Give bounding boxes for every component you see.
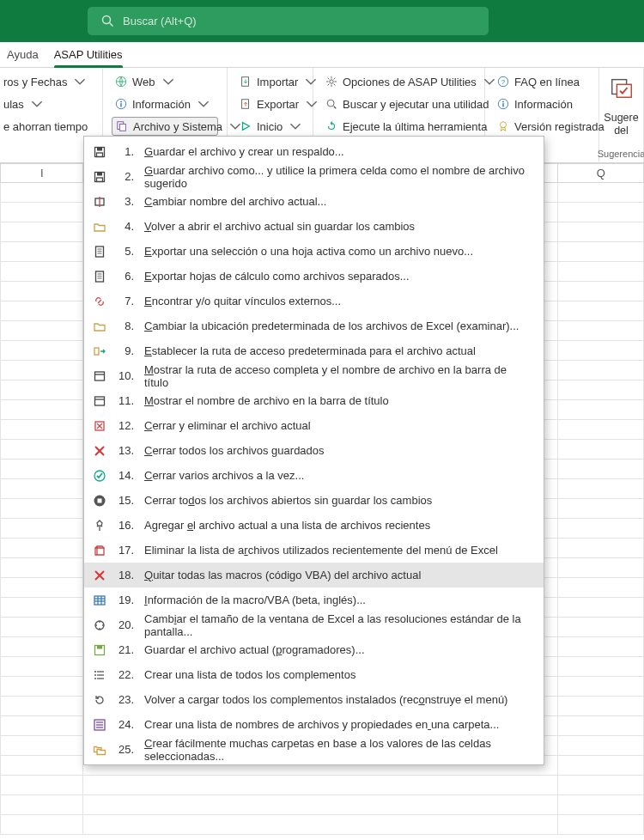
menu-label: Exportar una selección o una hoja activa… xyxy=(144,245,532,258)
menu-item-18[interactable]: 18.Quitar todas las macros (código VBA) … xyxy=(84,563,544,587)
menu-item-23[interactable]: 23.Volver a cargar todos los complemento… xyxy=(84,687,544,712)
menu-item-12[interactable]: 12.Cerrar y eliminar el archivo actual xyxy=(84,413,544,438)
rename-icon xyxy=(93,195,106,209)
path-icon xyxy=(93,344,106,358)
svg-point-16 xyxy=(502,101,504,103)
menu-num: 16. xyxy=(117,519,134,532)
svg-point-18 xyxy=(501,122,507,128)
svg-rect-5 xyxy=(120,103,121,107)
menu-num: 4. xyxy=(117,220,134,233)
menu-item-6[interactable]: 6.Exportar hojas de cálculo como archivo… xyxy=(84,264,544,289)
menu-item-2[interactable]: 2.Guardar archivo como... y utilice la p… xyxy=(84,164,544,189)
btn-informacion[interactable]: Información xyxy=(112,94,218,113)
menu-num: 8. xyxy=(117,320,134,332)
btn-exportar[interactable]: Exportar xyxy=(236,94,304,113)
menu-num: 13. xyxy=(117,444,134,457)
menu-label: Cerrar varios archivos a la vez... xyxy=(144,469,532,482)
menu-num: 11. xyxy=(117,394,134,407)
menu-label: Volver a abrir el archivo actual sin gua… xyxy=(144,220,532,233)
menu-num: 2. xyxy=(117,170,134,183)
svg-rect-25 xyxy=(97,172,102,175)
menu-num: 20. xyxy=(117,618,134,631)
btn-version[interactable]: Versión registrada xyxy=(494,117,590,136)
menu-num: 5. xyxy=(117,245,134,258)
menu-item-4[interactable]: 4.Volver a abrir el archivo actual sin g… xyxy=(84,214,544,239)
search-icon xyxy=(325,98,337,110)
btn-ahorran-tiempo[interactable]: e ahorran tiempo xyxy=(0,117,94,136)
btn-faq[interactable]: ? FAQ en línea xyxy=(494,72,590,91)
menu-item-16[interactable]: 16.Agregar el archivo actual a una lista… xyxy=(84,513,544,538)
btn-info[interactable]: Información xyxy=(494,94,590,113)
col-header-I[interactable]: I xyxy=(1,164,83,183)
title-bar: Buscar (Alt+Q) xyxy=(0,0,644,42)
win-icon xyxy=(93,394,106,408)
menu-label: Guardar el archivo actual (programadores… xyxy=(144,643,532,656)
redo-icon xyxy=(325,120,337,132)
menu-item-13[interactable]: 13.Cerrar todos los archivos guardados xyxy=(84,438,544,463)
col-header-Q[interactable]: Q xyxy=(558,164,644,183)
menu-item-21[interactable]: 21.Guardar el archivo actual (programado… xyxy=(84,637,544,662)
search-box[interactable]: Buscar (Alt+Q) xyxy=(88,7,489,35)
svg-point-67 xyxy=(94,678,96,679)
save-icon xyxy=(93,145,106,159)
menu-item-1[interactable]: 1.Guardar el archivo y crear un respaldo… xyxy=(84,139,544,164)
menu-item-9[interactable]: 9.Establecer la ruta de acceso predeterm… xyxy=(84,338,544,363)
menu-item-14[interactable]: 14.Cerrar varios archivos a la vez... xyxy=(84,463,544,488)
menu-item-19[interactable]: 19.Información de la macro/VBA (beta, in… xyxy=(84,587,544,612)
btn-numeros-fechas[interactable]: ros y Fechas xyxy=(0,72,94,91)
menu-item-22[interactable]: 22.Crear una lista de todos los compleme… xyxy=(84,662,544,687)
btn-inicio[interactable]: Inicio xyxy=(236,117,304,136)
menu-label: Volver a cargar todos los complementos i… xyxy=(144,693,532,706)
menu-label: Quitar todas las macros (código VBA) del… xyxy=(144,569,532,581)
list2-icon xyxy=(93,718,106,732)
search-icon xyxy=(101,15,114,27)
reload-icon xyxy=(93,693,106,707)
tab-ayuda[interactable]: Ayuda xyxy=(7,41,39,67)
xred-icon xyxy=(93,444,106,458)
menu-num: 17. xyxy=(117,544,134,557)
save-icon xyxy=(93,170,106,184)
suggestions-icon[interactable] xyxy=(609,75,635,100)
resize-icon xyxy=(93,618,106,632)
menu-item-11[interactable]: 11.Mostrar el nombre de archivo en la ba… xyxy=(84,388,544,413)
menu-item-5[interactable]: 5.Exportar una selección o una hoja acti… xyxy=(84,239,544,264)
menu-num: 22. xyxy=(117,668,134,681)
svg-rect-17 xyxy=(502,103,503,107)
menu-item-24[interactable]: 24.Crear una lista de nombres de archivo… xyxy=(84,712,544,737)
svg-text:?: ? xyxy=(501,78,506,86)
menu-item-7[interactable]: 7.Encontrar y/o quitar vínculos externos… xyxy=(84,289,544,313)
import-icon xyxy=(240,76,252,88)
menu-num: 1. xyxy=(117,145,134,158)
menu-label: Eliminar la lista de archivos utilizados… xyxy=(144,544,532,557)
tab-asap-utilities[interactable]: ASAP Utilities xyxy=(54,41,123,67)
recent-icon xyxy=(93,544,106,557)
stop-icon xyxy=(93,494,106,508)
menu-label: Guardar archivo como... y utilice la pri… xyxy=(144,164,532,190)
menu-item-15[interactable]: 15.Cerrar todos los archivos abiertos si… xyxy=(84,488,544,513)
menu-label: Cerrar todos los archivos abiertos sin g… xyxy=(144,494,532,507)
link-icon xyxy=(93,295,106,308)
btn-ultima-herramienta[interactable]: Ejecute la última herramienta xyxy=(322,117,476,136)
btn-web[interactable]: Web xyxy=(112,72,218,91)
btn-opciones-asap[interactable]: Opciones de ASAP Utilities xyxy=(322,72,476,91)
menu-item-20[interactable]: 20.Cambiar el tamaño de la ventana de Ex… xyxy=(84,612,544,637)
menu-item-8[interactable]: 8.Cambiar la ubicación predeterminada de… xyxy=(84,313,544,338)
doc-icon xyxy=(93,245,106,259)
btn-formulas[interactable]: ulas xyxy=(0,94,94,113)
btn-archivo-sistema[interactable]: Archivo y Sistema xyxy=(112,117,218,136)
svg-rect-40 xyxy=(95,397,105,405)
menu-item-10[interactable]: 10.Mostrar la ruta de acceso completa y … xyxy=(84,363,544,388)
menu-label: Guardar el archivo y crear un respaldo..… xyxy=(144,145,532,158)
svg-point-11 xyxy=(327,100,334,107)
menu-label: Crear una lista de todos los complemento… xyxy=(144,668,532,681)
export-icon xyxy=(240,98,252,110)
btn-buscar-utilidad[interactable]: Buscar y ejecutar una utilidad xyxy=(322,94,476,113)
play-icon xyxy=(240,120,252,132)
menu-item-17[interactable]: 17.Eliminar la lista de archivos utiliza… xyxy=(84,538,544,563)
menu-item-3[interactable]: 3.Cambiar nombre del archivo actual... xyxy=(84,189,544,214)
svg-rect-37 xyxy=(94,348,99,355)
btn-importar[interactable]: Importar xyxy=(236,72,304,91)
menu-num: 18. xyxy=(117,569,134,581)
menu-item-25[interactable]: 25.Crear fácilmente muchas carpetas en b… xyxy=(84,737,544,762)
menu-label: Establecer la ruta de acceso predetermin… xyxy=(144,344,532,357)
